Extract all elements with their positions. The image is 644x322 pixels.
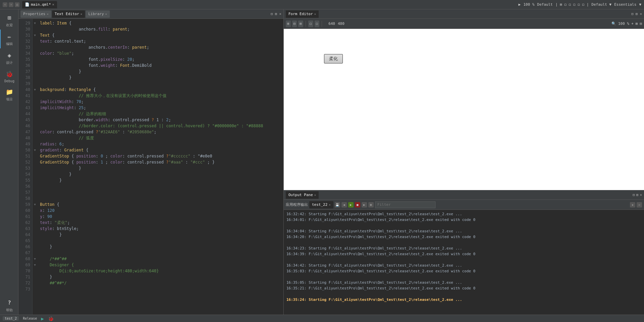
sidebar-item-welcome[interactable]: ⊞ 欢迎 <box>0 11 18 30</box>
output-settings-btn[interactable]: ⚙ <box>368 202 374 208</box>
code-editor[interactable]: 2930313233343536373839404142434445464748… <box>18 19 283 315</box>
sidebar-item-debug[interactable]: 🐞 Debug <box>0 67 18 85</box>
output-split-icon[interactable]: ⊞ <box>636 193 639 197</box>
debug-icon: 🐞 <box>5 69 14 79</box>
code-content[interactable]: label: Item { anchors.fill: parent; Text… <box>37 19 283 315</box>
tab-label: main.qml* <box>31 2 51 7</box>
output-body: 16:32:42: Starting F:\Git_aliyun\testPro… <box>284 210 644 315</box>
sidebar-welcome-label: 欢迎 <box>6 23 13 28</box>
text-editor-tab-close[interactable]: × <box>81 12 82 16</box>
form-editor-panel: Form Editor × ⊟ ⊞ × ⊞ ⊟ ⊞ ◻ ◻ <box>284 9 644 190</box>
sidebar-debug-label: Debug <box>4 79 14 83</box>
output-tab-label: Output Pane <box>288 193 313 197</box>
run-status-icon[interactable]: ▶ <box>41 316 44 321</box>
mode-dropdown[interactable]: Default <box>537 2 553 7</box>
panel-tabs-right: ⊟ ⊞ × <box>271 12 281 16</box>
library-tab[interactable]: Library × <box>86 10 110 18</box>
toolbar-btn-1[interactable]: ⊞ <box>286 20 291 27</box>
sidebar-item-project[interactable]: 📁 项目 <box>0 85 18 104</box>
output-app-tab[interactable]: test_22 × <box>309 201 333 209</box>
zoom-out-icon[interactable]: 🔍 <box>611 21 616 26</box>
output-toolbar: 应用程序输出 test_22 × 💾 ◄ ▶ ■ ► ⚙ + − <box>284 200 644 210</box>
form-close-icon[interactable]: × <box>640 12 642 16</box>
output-close-icon[interactable]: × <box>640 193 642 197</box>
zoom-level: 100 % <box>618 21 629 26</box>
title-bar-left: ‹ › ⌂ <box>3 2 19 7</box>
sidebar-item-design[interactable]: ◈ 设计 <box>0 48 18 67</box>
sidebar-project-label: 项目 <box>6 97 13 102</box>
properties-tab[interactable]: Properties × <box>20 10 51 18</box>
sidebar-item-help[interactable]: ? 帮助 <box>0 296 18 315</box>
output-toolbar-label: 应用程序输出 <box>286 202 308 207</box>
essentials-label: Essentials <box>614 2 636 7</box>
sidebar-help-label: 帮助 <box>6 308 13 313</box>
welcome-icon: ⊞ <box>5 13 14 22</box>
snap-icon[interactable]: ⊟ <box>640 21 642 26</box>
output-panel: Output Pane × ⊟ ⊞ × 应用程序输出 test_22 × <box>284 190 644 315</box>
output-save-btn[interactable]: 💾 <box>335 202 340 208</box>
right-panels: Form Editor × ⊟ ⊞ × ⊞ ⊟ ⊞ ◻ ◻ <box>284 9 644 315</box>
settings-icon[interactable]: ▼ <box>639 2 641 7</box>
code-panel: Properties × Text Editor × Library × ⊟ ⊞… <box>18 9 284 315</box>
output-stop-btn[interactable]: ■ <box>355 202 360 208</box>
output-next-btn[interactable]: ► <box>362 202 367 208</box>
output-filter-input[interactable] <box>375 201 435 208</box>
form-canvas[interactable]: 柔化 <box>284 29 644 190</box>
toolbar-btn-4[interactable]: ◻ <box>308 20 313 27</box>
forward-btn[interactable]: › <box>9 2 13 7</box>
output-right-btns: + − <box>630 202 642 208</box>
back-btn[interactable]: ‹ <box>3 2 7 7</box>
sidebar-item-edit[interactable]: ✏ 编辑 <box>0 30 18 48</box>
toolbar-btn-5[interactable]: ◻ <box>315 20 320 27</box>
form-editor-right: ⊟ ⊞ × <box>631 12 642 16</box>
app-tab-close[interactable]: × <box>329 203 330 206</box>
library-tab-close[interactable]: × <box>105 12 107 16</box>
properties-tab-close[interactable]: × <box>47 12 48 16</box>
output-prev-btn[interactable]: ◄ <box>341 202 347 208</box>
form-split-icon[interactable]: ⊞ <box>636 12 638 16</box>
form-editor-tab-close[interactable]: × <box>314 12 316 16</box>
edit-icon: ✏ <box>5 32 14 41</box>
line-numbers: 2930313233343536373839404142434445464748… <box>18 19 33 315</box>
release-label: Release <box>23 317 37 320</box>
close-panel-icon[interactable]: × <box>279 12 281 16</box>
output-tab-close[interactable]: × <box>314 193 316 197</box>
status-bar: test_2 Release ▶ 🐞 <box>0 315 644 322</box>
output-pane-tab[interactable]: Output Pane × <box>286 191 319 199</box>
output-add-btn[interactable]: + <box>630 202 635 208</box>
split-v-icon[interactable]: ⊟ <box>271 12 273 16</box>
output-expand-icon[interactable]: ⊟ <box>633 193 635 197</box>
main-qml-tab[interactable]: 📄 main.qml* × <box>22 1 57 8</box>
output-tabs: Output Pane × ⊟ ⊞ × <box>284 190 644 200</box>
fold-column: ▼▼▼▼▼▼▼ <box>33 19 37 315</box>
split-h-icon[interactable]: ⊞ <box>275 12 277 16</box>
coord-x-label: 640 <box>328 21 335 26</box>
percent-display: 100 % <box>523 2 535 7</box>
text-editor-tab-label: Text Editor <box>55 12 79 16</box>
toolbar-separator <box>306 21 306 27</box>
home-btn[interactable]: ⌂ <box>15 2 19 7</box>
properties-tab-label: Properties <box>23 12 45 16</box>
fit-icon[interactable]: ⊞ <box>636 21 638 26</box>
default-dropdown[interactable]: Default ▼ <box>592 2 612 7</box>
output-minus-btn[interactable]: − <box>637 202 642 208</box>
design-icon: ◈ <box>5 50 14 60</box>
tab-close[interactable]: × <box>52 3 54 6</box>
sidebar-edit-label: 编辑 <box>6 42 13 46</box>
debug-status-icon[interactable]: 🐞 <box>48 316 54 321</box>
title-tabs: 📄 main.qml* × <box>22 1 57 8</box>
output-run-btn[interactable]: ▶ <box>348 202 354 208</box>
main-layout: ⊞ 欢迎 ✏ 编辑 ◈ 设计 🐞 Debug 📁 项目 ? 帮助 <box>0 9 644 315</box>
project-icon: 📁 <box>5 87 14 96</box>
text-editor-tab[interactable]: Text Editor × <box>52 10 85 18</box>
form-editor-tab-label: Form Editor <box>288 12 313 16</box>
expand-icon[interactable]: ⊟ <box>631 12 634 16</box>
form-editor-tab[interactable]: Form Editor × <box>286 10 319 18</box>
canvas-button[interactable]: 柔化 <box>324 54 343 63</box>
toolbar-btn-3[interactable]: ⊞ <box>298 20 303 27</box>
sidebar: ⊞ 欢迎 ✏ 编辑 ◈ 设计 🐞 Debug 📁 项目 ? 帮助 <box>0 9 18 315</box>
toolbar-btn-2[interactable]: ⊟ <box>292 20 297 27</box>
zoom-in-icon[interactable]: + <box>631 21 634 26</box>
app-tab-label: test_22 <box>312 202 327 207</box>
run-icon: ▶ <box>518 2 521 7</box>
